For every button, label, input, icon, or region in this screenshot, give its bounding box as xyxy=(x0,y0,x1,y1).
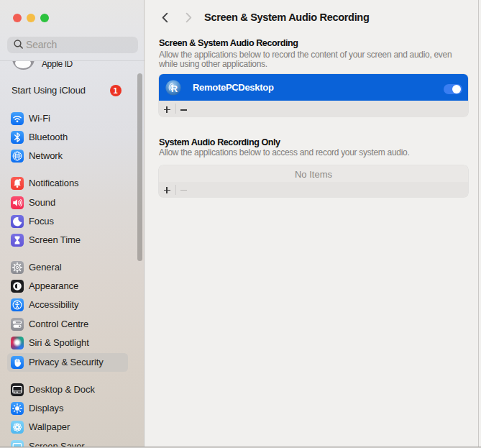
svg-text:R: R xyxy=(171,84,178,94)
